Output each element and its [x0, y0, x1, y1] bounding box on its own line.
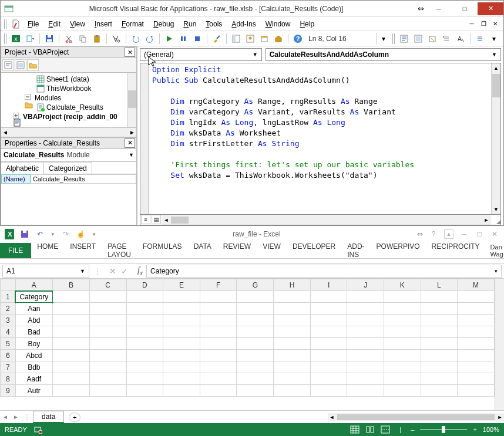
ribbon-display-button[interactable]: ▲: [444, 229, 453, 239]
menu-tools[interactable]: Tools: [201, 19, 227, 29]
column-header-K[interactable]: K: [384, 279, 421, 291]
cell-D4[interactable]: [126, 326, 163, 338]
row-header-1[interactable]: 1: [1, 291, 16, 303]
spreadsheet-grid[interactable]: ABCDEFGHIJKLM1Category2Aan3Abd4Bad5Boy6A…: [0, 279, 495, 410]
cell-L2[interactable]: [421, 303, 458, 315]
tab-data[interactable]: DATA: [188, 239, 217, 262]
project-tree-scrollbar[interactable]: [127, 73, 136, 127]
cell-L3[interactable]: [421, 315, 458, 326]
cell-K5[interactable]: [384, 338, 421, 350]
cell-I1[interactable]: [310, 291, 347, 303]
qat-customize-button[interactable]: ▼: [92, 232, 96, 237]
column-header-B[interactable]: B: [53, 279, 90, 291]
mdi-minimize-button[interactable]: ─: [467, 19, 476, 29]
insert-dropdown-button[interactable]: [24, 33, 36, 45]
sheet-tab-data[interactable]: data: [33, 411, 64, 423]
cell-C6[interactable]: [89, 350, 126, 361]
cell-I3[interactable]: [310, 315, 347, 326]
cell-H6[interactable]: [274, 350, 311, 361]
menu-add-ins[interactable]: Add-Ins: [227, 19, 260, 29]
find-button[interactable]: [110, 33, 122, 45]
code-resize-grip-icon[interactable]: ◢: [491, 215, 500, 225]
cell-E4[interactable]: [163, 326, 200, 338]
cell-K9[interactable]: [384, 385, 421, 397]
cell-G1[interactable]: [237, 291, 274, 303]
cell-G2[interactable]: [237, 303, 274, 315]
view-object-button[interactable]: [15, 59, 26, 71]
cell-I8[interactable]: [310, 373, 347, 385]
cell-A2[interactable]: Aan: [15, 303, 53, 315]
cell-F9[interactable]: [200, 385, 237, 397]
properties-panel-close-button[interactable]: ✕: [125, 138, 135, 148]
reset-button[interactable]: [191, 33, 203, 45]
procedure-view-button[interactable]: ≡: [141, 215, 150, 224]
code-text[interactable]: Option ExplicitPublic Sub CalculateResul…: [149, 63, 491, 214]
cell-H7[interactable]: [274, 361, 311, 373]
insert-function-button[interactable]: fx: [134, 266, 146, 277]
cell-C2[interactable]: [89, 303, 126, 315]
tab-view[interactable]: VIEW: [257, 239, 287, 262]
cell-C5[interactable]: [89, 338, 126, 350]
tb2-btn3[interactable]: [426, 33, 438, 45]
cell-B9[interactable]: [53, 385, 90, 397]
cell-L6[interactable]: [421, 350, 458, 361]
tb2-btn1[interactable]: [398, 33, 410, 45]
cell-J2[interactable]: [347, 303, 384, 315]
cell-I9[interactable]: [310, 385, 347, 397]
cell-G6[interactable]: [237, 350, 274, 361]
grid-vscrollbar[interactable]: [495, 279, 504, 410]
procedure-combo[interactable]: CalculateResultsAndAddAsColumn ▼: [266, 48, 501, 61]
cell-C7[interactable]: [89, 361, 126, 373]
cell-M1[interactable]: [458, 291, 495, 303]
tab-file[interactable]: FILE: [0, 243, 31, 258]
redo-button[interactable]: [144, 33, 156, 45]
column-header-F[interactable]: F: [200, 279, 237, 291]
cell-B8[interactable]: [53, 373, 90, 385]
menu-insert[interactable]: Insert: [90, 19, 117, 29]
break-button[interactable]: [177, 33, 189, 45]
cell-C3[interactable]: [89, 315, 126, 326]
select-all-corner[interactable]: [1, 279, 16, 291]
qat-undo-button[interactable]: ↶: [35, 229, 45, 239]
cell-C8[interactable]: [89, 373, 126, 385]
excel-app-icon[interactable]: X: [5, 229, 14, 239]
tb2-btn6[interactable]: [474, 33, 486, 45]
zoom-in-button[interactable]: +: [473, 426, 476, 433]
add-sheet-button[interactable]: +: [69, 413, 80, 422]
tab-reciprocity[interactable]: RECIPROCITY: [426, 239, 486, 262]
cell-F1[interactable]: [200, 291, 237, 303]
cell-K1[interactable]: [384, 291, 421, 303]
tree-item[interactable]: ThisWorkbook: [1, 84, 136, 93]
cell-H2[interactable]: [274, 303, 311, 315]
cell-A6[interactable]: Abcd: [15, 350, 53, 361]
tab-home[interactable]: HOME: [31, 239, 64, 262]
cell-H3[interactable]: [274, 315, 311, 326]
cell-B7[interactable]: [53, 361, 90, 373]
save-button[interactable]: [43, 33, 55, 45]
menu-edit[interactable]: Edit: [43, 19, 65, 29]
cell-M8[interactable]: [458, 373, 495, 385]
menu-run[interactable]: Run: [179, 19, 201, 29]
tab-page-layou[interactable]: PAGE LAYOU: [102, 239, 137, 262]
cell-J3[interactable]: [347, 315, 384, 326]
cell-E9[interactable]: [163, 385, 200, 397]
excel-close-button[interactable]: ✕: [490, 229, 499, 239]
tree-item[interactable]: Modules: [1, 93, 136, 103]
cell-D5[interactable]: [126, 338, 163, 350]
cell-L5[interactable]: [421, 338, 458, 350]
row-header-7[interactable]: 7: [1, 361, 16, 373]
cell-E3[interactable]: [163, 315, 200, 326]
row-header-5[interactable]: 5: [1, 338, 16, 350]
tab-categorized[interactable]: Categorized: [44, 163, 92, 174]
cell-K7[interactable]: [384, 361, 421, 373]
cell-M4[interactable]: [458, 326, 495, 338]
cell-D3[interactable]: [126, 315, 163, 326]
cell-A1[interactable]: Category: [15, 291, 53, 303]
cell-D1[interactable]: [126, 291, 163, 303]
project-explorer-button[interactable]: [230, 33, 242, 45]
menu-view[interactable]: View: [65, 19, 90, 29]
cell-B3[interactable]: [53, 315, 90, 326]
toolbar2-gripper[interactable]: [392, 33, 396, 44]
qat-redo-button[interactable]: ↷: [61, 229, 70, 239]
cell-G9[interactable]: [237, 385, 274, 397]
